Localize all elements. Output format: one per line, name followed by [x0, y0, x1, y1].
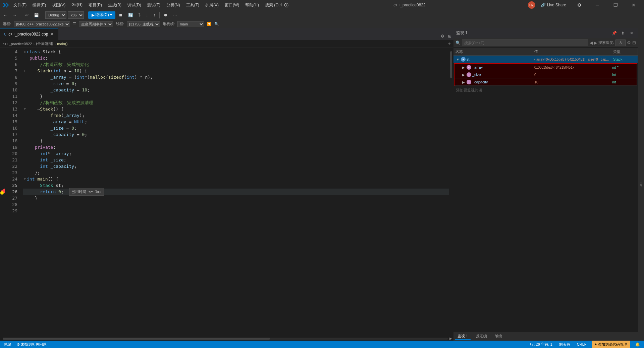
line-num-25: 25 [6, 182, 20, 189]
restore-button[interactable]: ❐ [608, 0, 623, 10]
col-value-header: 值 [532, 48, 611, 56]
menu-extensions[interactable]: 扩展(X) [203, 2, 221, 9]
status-tab-size[interactable]: 制表符 [558, 341, 572, 348]
col-type-header: 类型 [611, 48, 638, 56]
fold-icon-4[interactable]: ⊟ [24, 49, 26, 55]
search-expand-btn[interactable]: ⊞ [632, 40, 636, 45]
editor-tab-active[interactable]: C c++_practice0822.cpp ✕ [0, 28, 58, 40]
watch-row-size[interactable]: ▶ I _size 0 int [454, 71, 637, 78]
go-forward-button[interactable]: → [11, 11, 19, 19]
scroll-right-arrow[interactable]: ▶ [449, 337, 452, 340]
fold-icon-24[interactable]: ⊟ [24, 176, 26, 182]
save-button[interactable]: 💾 [32, 11, 41, 19]
stack-select[interactable]: main [177, 21, 204, 27]
token-eq-17: = [74, 131, 82, 138]
search-forward-btn[interactable]: ▶ [594, 41, 597, 45]
watch-add-item[interactable]: 添加要监视的项 [453, 86, 638, 94]
menu-file[interactable]: 文件(F) [11, 2, 29, 9]
code-content[interactable]: ⊟ class Stack { public : //构造函数，完成初始化 [23, 48, 449, 336]
watch-row-capacity[interactable]: ▶ I _capacity 10 int [454, 78, 637, 86]
restart-button[interactable]: 🔄 [126, 11, 135, 19]
fold-icon-7[interactable]: ⊟ [24, 68, 26, 74]
menu-window[interactable]: 窗口(W) [222, 2, 242, 9]
more-debug-btn[interactable]: ⋯ [171, 11, 179, 19]
status-errors[interactable]: ⊙ 未找到相关问题 [15, 341, 48, 348]
status-add-source[interactable]: + 添加到源代码管理 [592, 341, 630, 348]
watch-expand-size[interactable]: ▶ [461, 72, 466, 77]
menu-analyze[interactable]: 分析(N) [164, 2, 183, 9]
token-star-8: *) [85, 74, 90, 80]
git-sidebar-item[interactable]: Git [639, 182, 643, 187]
menu-build[interactable]: 生成(B) [105, 2, 124, 9]
add-breadcrumb-btn[interactable]: + [448, 41, 451, 47]
watch-icon-size: I [467, 72, 471, 77]
undo-button[interactable]: ↩ [23, 11, 31, 19]
stop-button[interactable]: ⏹ [117, 11, 125, 19]
tab-close-button[interactable]: ✕ [50, 32, 54, 37]
search-back-btn[interactable]: ◀ [590, 41, 593, 45]
breadcrumb-scope[interactable]: c++_practice0822 [3, 42, 32, 46]
fold-icon-13[interactable]: ⊟ [24, 106, 26, 112]
horizontal-scrollbar[interactable] [3, 338, 448, 340]
process-select[interactable]: [8460] c++_practice0822.exe [14, 21, 70, 27]
scroll-thumb[interactable] [450, 51, 452, 78]
watch-footer-tab-disasm[interactable]: 反汇编 [473, 333, 490, 340]
thread-label: 线程: [116, 21, 124, 26]
menu-help[interactable]: 帮助(H) [243, 2, 262, 9]
add-source-icon: + [595, 342, 597, 346]
breadcrumb-func[interactable]: main() [57, 42, 67, 46]
live-share-button[interactable]: 🔗 Live Share [538, 3, 569, 7]
menu-test[interactable]: 测试(T) [145, 2, 163, 9]
tab-settings-btn[interactable]: ⚙ [439, 32, 446, 40]
status-encoding-text: CRLF [577, 342, 587, 346]
arch-select[interactable]: x86 [68, 11, 84, 19]
watch-expand-capacity[interactable]: ▶ [461, 80, 466, 84]
step-out-button[interactable]: ↑ [151, 11, 157, 19]
minimize-button[interactable]: ─ [590, 0, 605, 10]
watch-footer-tab-output[interactable]: 输出 [492, 333, 505, 340]
debug-config-select[interactable]: Debug [45, 11, 66, 19]
menu-debug[interactable]: 调试(D) [125, 2, 144, 9]
watch-footer-tab-1[interactable]: 监视 1 [455, 333, 471, 340]
watch-float-btn[interactable]: ⬆ [619, 29, 627, 37]
settings-icon[interactable]: ⚙ [572, 0, 587, 10]
search-depth-input[interactable] [615, 40, 626, 46]
watch-row-st[interactable]: ▼ ♦ st { array=0x00c15ba8 {-842150451} _… [453, 56, 638, 63]
menu-view[interactable]: 视图(V) [49, 2, 68, 9]
watch-search-input[interactable] [462, 40, 588, 46]
lifecycle-select[interactable]: 生命周期事件 ▾ [79, 21, 113, 27]
token-semi-15: ; [85, 119, 87, 125]
watch-close-btn[interactable]: ✕ [628, 29, 635, 37]
watch-expand-array[interactable]: ▶ [461, 65, 466, 70]
status-notification[interactable]: 🔔 [634, 341, 641, 348]
step-over-button[interactable]: ⤵ [137, 11, 143, 19]
search-shortcut[interactable]: 搜索 (Ctrl+Q) [262, 2, 291, 9]
thread-select[interactable]: [31756] 主线程 [127, 21, 160, 27]
go-back-button[interactable]: ← [1, 11, 9, 19]
editor-minimap[interactable] [449, 48, 453, 336]
token-brace-27: } [30, 195, 37, 201]
step-into-button[interactable]: ↓ [144, 11, 150, 19]
watch-pin-btn[interactable]: 📌 [610, 29, 618, 37]
watch-row-array[interactable]: ▶ P _array 0x00c15ba8 {-842150451} int * [454, 64, 637, 71]
search-options-btn[interactable]: ⚙ [627, 40, 631, 45]
split-editor-btn[interactable]: ⊞ [446, 32, 453, 40]
continue-button[interactable]: ▶ 继续(C) ▾ [88, 11, 115, 19]
user-avatar[interactable]: HZ [528, 1, 535, 9]
breakpoint-button[interactable]: ⏺ [162, 11, 170, 19]
menu-tools[interactable]: 工具(T) [183, 2, 202, 9]
token-star-20: * [48, 150, 53, 157]
menu-edit[interactable]: 编辑(E) [30, 2, 49, 9]
status-ready[interactable]: 就绪 [3, 341, 13, 348]
horizontal-scroll-thumb[interactable] [3, 338, 270, 340]
menu-git[interactable]: Git(G) [69, 2, 85, 9]
status-encoding[interactable]: CRLF [576, 341, 588, 348]
menu-project[interactable]: 项目(P) [86, 2, 105, 9]
status-line-col[interactable]: 行: 26 字符: 1 [529, 341, 554, 348]
search-icon-process: 🔍 [214, 22, 219, 26]
close-button[interactable]: ✕ [626, 0, 641, 10]
watch-panel: 监视 1 📌 ⬆ ✕ 🔍 ◀ ▶ 搜索深度: ⚙ ⊞ 名称 值 类型 [453, 28, 638, 341]
watch-expand-st[interactable]: ▼ [455, 57, 460, 62]
breadcrumb-global[interactable]: (全局范围) [36, 41, 53, 46]
token-null-15: NULL [74, 119, 85, 125]
